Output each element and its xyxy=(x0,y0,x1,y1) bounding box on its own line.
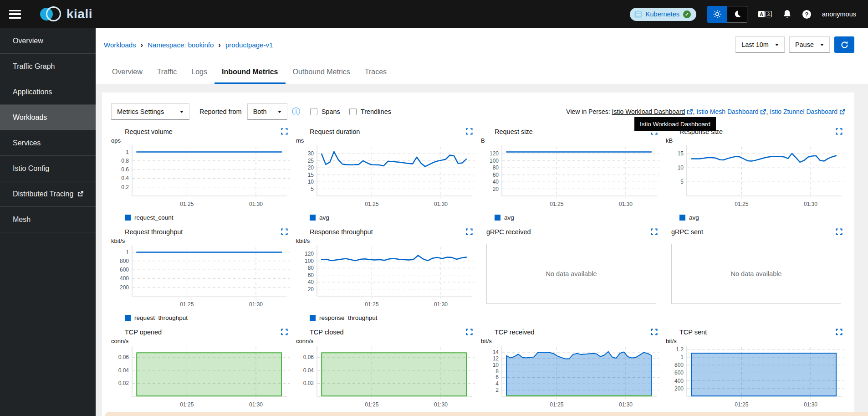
expand-chart-button[interactable] xyxy=(651,228,658,236)
svg-text:200: 200 xyxy=(674,385,684,392)
sidebar-item-mesh[interactable]: Mesh xyxy=(0,207,96,232)
svg-text:20: 20 xyxy=(308,164,314,171)
breadcrumb-link-namespace-bookinfo[interactable]: Namespace: bookinfo xyxy=(148,41,214,49)
refresh-interval-select[interactable]: Pause xyxy=(789,36,830,53)
legend-swatch[interactable] xyxy=(310,315,316,321)
sidebar-item-istio-config[interactable]: Istio Config xyxy=(0,156,96,181)
external-link-icon xyxy=(839,109,845,115)
info-icon[interactable]: ⓘ xyxy=(292,106,300,117)
sidebar-item-label: Workloads xyxy=(13,113,47,122)
legend-swatch[interactable] xyxy=(310,215,316,221)
reported-from-select[interactable]: Both xyxy=(247,103,287,120)
legend-label[interactable]: request_throughput xyxy=(134,314,188,321)
expand-chart-icon xyxy=(836,329,842,335)
expand-chart-button[interactable] xyxy=(466,329,473,337)
perses-link-istio-mesh-dashboard[interactable]: Istio Mesh Dashboard xyxy=(696,108,766,115)
chart-unit-label: bit/s xyxy=(666,338,845,344)
tab-traffic[interactable]: Traffic xyxy=(150,61,184,84)
sidebar-item-traffic-graph[interactable]: Traffic Graph xyxy=(0,54,96,79)
duration-select[interactable]: Last 10m xyxy=(735,36,785,53)
expand-chart-button[interactable] xyxy=(651,329,658,337)
tab-logs[interactable]: Logs xyxy=(184,61,214,84)
breadcrumb-link-workloads[interactable]: Workloads xyxy=(104,41,136,49)
legend-label[interactable]: avg xyxy=(319,214,329,221)
legend-swatch[interactable] xyxy=(125,315,131,321)
sidebar-item-services[interactable]: Services xyxy=(0,130,96,156)
tab-overview[interactable]: Overview xyxy=(105,61,150,84)
svg-text:100: 100 xyxy=(490,158,499,164)
expand-chart-icon xyxy=(466,329,473,335)
expand-chart-button[interactable] xyxy=(281,329,288,337)
checkbox-trendlines[interactable]: Trendlines xyxy=(349,108,391,115)
sidebar-item-applications[interactable]: Applications xyxy=(0,79,96,105)
perses-link-istio-workload-dashboard[interactable]: Istio Workload Dashboard xyxy=(612,108,693,115)
expand-chart-button[interactable] xyxy=(281,128,288,136)
checkbox-spans[interactable]: Spans xyxy=(310,108,340,115)
checkbox-box[interactable] xyxy=(349,108,357,115)
svg-text:1: 1 xyxy=(126,149,129,155)
perses-separator: , xyxy=(693,108,694,115)
legend-label[interactable]: avg xyxy=(504,214,514,221)
cluster-badge[interactable]: Kubernetes ✓ xyxy=(630,8,696,21)
chart-panel-grpc-received: gRPC receivedNo data available xyxy=(481,228,660,321)
svg-text:0.04: 0.04 xyxy=(303,367,314,374)
legend-label[interactable]: request_count xyxy=(134,214,174,221)
cluster-icon xyxy=(634,11,642,18)
light-theme-button[interactable] xyxy=(707,6,727,23)
refresh-button[interactable] xyxy=(834,36,854,53)
help-icon[interactable]: ? xyxy=(802,10,811,19)
svg-text:10: 10 xyxy=(493,362,499,368)
legend-swatch[interactable] xyxy=(679,215,685,221)
svg-text:01:30: 01:30 xyxy=(804,401,817,408)
breadcrumb-link-productpage-v1[interactable]: productpage-v1 xyxy=(225,41,273,49)
svg-text:01:30: 01:30 xyxy=(434,401,448,408)
expand-chart-button[interactable] xyxy=(466,228,473,236)
expand-chart-button[interactable] xyxy=(836,128,842,136)
language-icon[interactable]: A文 xyxy=(758,11,772,17)
svg-text:120: 120 xyxy=(490,150,499,157)
legend-swatch[interactable] xyxy=(125,215,131,221)
sidebar-item-overview[interactable]: Overview xyxy=(0,28,96,54)
checkbox-label: Trendlines xyxy=(361,108,391,115)
chart-panel-tcp-closed: TCP closedconn/s0.020.040.0601:2501:30bo… xyxy=(296,329,475,416)
metrics-settings-select[interactable]: Metrics Settings xyxy=(111,103,189,120)
svg-text:15: 15 xyxy=(678,150,684,157)
svg-text:60: 60 xyxy=(308,272,314,278)
expand-chart-button[interactable] xyxy=(281,228,288,236)
chart-title: Request size xyxy=(495,128,533,135)
legend-label[interactable]: avg xyxy=(689,214,699,221)
content-area: Metrics Settings Reported from Both ⓘ Sp… xyxy=(96,84,868,416)
tab-traces[interactable]: Traces xyxy=(357,61,394,84)
sidebar-item-distributed-tracing[interactable]: Distributed Tracing xyxy=(0,181,96,207)
chart-plot: 2040608010012001:2501:30 xyxy=(481,144,660,211)
chart-title: TCP closed xyxy=(310,329,344,336)
perses-link-istio-ztunnel-dashboard[interactable]: Istio Ztunnel Dashboard xyxy=(770,108,845,115)
svg-text:01:30: 01:30 xyxy=(804,201,817,207)
expand-chart-button[interactable] xyxy=(466,128,473,136)
sidebar-item-workloads[interactable]: Workloads xyxy=(0,105,96,130)
expand-chart-button[interactable] xyxy=(836,329,842,337)
legend-label[interactable]: response_throughput xyxy=(319,314,378,321)
chart-unit-label: conn/s xyxy=(296,338,475,344)
svg-text:2: 2 xyxy=(495,387,499,393)
legend-swatch[interactable] xyxy=(495,215,500,221)
kiali-brand[interactable]: kiali xyxy=(40,5,92,23)
svg-text:01:30: 01:30 xyxy=(249,301,263,308)
tab-outbound-metrics[interactable]: Outbound Metrics xyxy=(286,61,357,84)
svg-text:0.06: 0.06 xyxy=(303,354,314,360)
dark-theme-button[interactable] xyxy=(727,6,747,23)
svg-text:30: 30 xyxy=(308,150,314,157)
sidebar-item-label: Mesh xyxy=(13,216,31,224)
checkbox-box[interactable] xyxy=(310,108,317,115)
chart-panel-tcp-received: TCP receivedbit/s246810121401:2501:30boo… xyxy=(481,329,660,416)
perses-separator: , xyxy=(766,108,768,115)
chart-title: Request duration xyxy=(310,128,360,135)
cluster-healthy-icon: ✓ xyxy=(683,10,691,18)
notifications-bell-icon[interactable] xyxy=(783,10,791,19)
expand-chart-button[interactable] xyxy=(836,228,842,236)
tab-inbound-metrics[interactable]: Inbound Metrics xyxy=(214,61,286,84)
chevron-down-icon xyxy=(278,111,281,113)
svg-text:5: 5 xyxy=(311,186,314,192)
nav-toggle-icon[interactable] xyxy=(9,10,21,19)
svg-text:0.02: 0.02 xyxy=(303,380,314,386)
